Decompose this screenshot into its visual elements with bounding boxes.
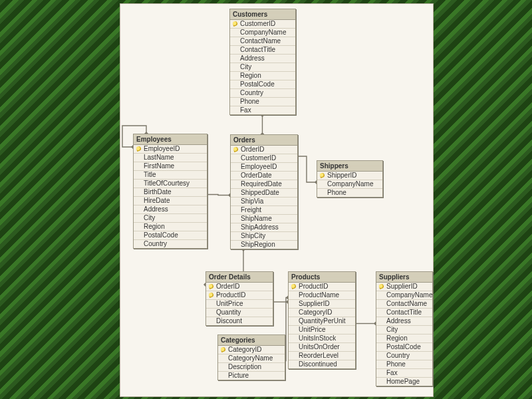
field-row[interactable]: Quantity	[206, 309, 273, 317]
field-row[interactable]: ShipCity	[231, 232, 297, 241]
field-icon-empty	[320, 190, 325, 196]
field-label: UnitPrice	[216, 300, 243, 308]
table-title: Products	[289, 272, 355, 283]
field-row[interactable]: TitleOfCourtesy	[134, 180, 207, 188]
table-customers[interactable]: CustomersCustomerIDCompanyNameContactNam…	[229, 9, 296, 115]
field-row[interactable]: Phone	[230, 98, 295, 106]
field-row[interactable]: Region	[134, 223, 207, 231]
field-row[interactable]: CompanyName	[376, 291, 432, 300]
field-icon-empty	[379, 379, 384, 384]
table-suppliers[interactable]: SuppliersSupplierIDCompanyNameContactNam…	[376, 271, 433, 386]
primary-key-icon	[221, 347, 226, 352]
field-row[interactable]: FirstName	[134, 162, 207, 171]
field-label: ShipperID	[327, 172, 356, 180]
field-row[interactable]: Discount	[206, 317, 273, 325]
field-label: FirstName	[144, 162, 174, 170]
field-row[interactable]: Address	[134, 205, 207, 214]
field-row[interactable]: ShipVia	[231, 198, 297, 206]
field-row[interactable]: Address	[376, 317, 432, 326]
field-row[interactable]: City	[376, 326, 432, 334]
field-row[interactable]: ShipName	[231, 215, 297, 223]
table-categories[interactable]: CategoriesCategoryIDCategoryNameDescript…	[217, 334, 285, 380]
field-row[interactable]: City	[134, 214, 207, 223]
field-row[interactable]: ShippedDate	[231, 189, 297, 198]
field-label: CategoryID	[299, 309, 332, 317]
field-row[interactable]: OrderDate	[231, 172, 297, 180]
field-row[interactable]: OrderID	[231, 146, 297, 154]
primary-key-icon	[136, 146, 142, 152]
field-row[interactable]: PostalCode	[230, 80, 295, 89]
field-row[interactable]: CompanyName	[230, 29, 295, 37]
field-row[interactable]: UnitPrice	[206, 300, 273, 309]
field-row[interactable]: BirthDate	[134, 188, 207, 197]
field-row[interactable]: EmployeeID	[134, 145, 207, 154]
field-row[interactable]: City	[230, 63, 295, 72]
field-row[interactable]: OrderID	[206, 283, 273, 291]
field-row[interactable]: CustomerID	[230, 20, 295, 29]
field-row[interactable]: UnitsInStock	[289, 334, 355, 343]
field-label: CustomerID	[241, 154, 276, 162]
field-row[interactable]: ContactName	[376, 300, 432, 309]
field-label: ShipVia	[241, 198, 263, 205]
field-label: SupplierID	[386, 283, 418, 291]
field-icon-empty	[291, 336, 297, 341]
field-row[interactable]: UnitsOnOrder	[289, 343, 355, 352]
field-row[interactable]: Country	[230, 89, 295, 98]
field-row[interactable]: Country	[376, 352, 432, 360]
field-row[interactable]: CategoryID	[218, 346, 285, 354]
field-row[interactable]: ContactTitle	[376, 309, 432, 317]
field-row[interactable]: PostalCode	[134, 231, 207, 240]
field-row[interactable]: ProductID	[206, 291, 273, 300]
field-row[interactable]: Fax	[376, 369, 432, 378]
field-row[interactable]: CustomerID	[231, 154, 297, 163]
field-row[interactable]: Phone	[317, 189, 382, 197]
field-row[interactable]: QuantityPerUnit	[289, 317, 355, 326]
field-row[interactable]: RequiredDate	[231, 180, 297, 189]
field-icon-empty	[379, 362, 384, 367]
table-employees[interactable]: EmployeesEmployeeIDLastNameFirstNameTitl…	[133, 134, 207, 249]
field-row[interactable]: PostalCode	[376, 343, 432, 352]
field-icon-empty	[291, 310, 297, 315]
table-orderdetails[interactable]: Order DetailsOrderIDProductIDUnitPriceQu…	[205, 271, 273, 326]
field-row[interactable]: ContactTitle	[230, 46, 295, 55]
field-row[interactable]: CategoryName	[218, 354, 285, 363]
field-label: LastName	[144, 154, 174, 162]
field-row[interactable]: ContactName	[230, 37, 295, 46]
field-label: HireDate	[144, 197, 170, 205]
field-row[interactable]: ProductName	[289, 291, 355, 300]
field-row[interactable]: EmployeeID	[231, 163, 297, 172]
field-row[interactable]: LastName	[134, 154, 207, 162]
field-row[interactable]: SupplierID	[289, 300, 355, 309]
field-row[interactable]: Fax	[230, 106, 295, 114]
field-row[interactable]: Description	[218, 363, 285, 372]
field-row[interactable]: Country	[134, 240, 207, 248]
field-label: Fax	[240, 106, 251, 114]
field-row[interactable]: Region	[230, 72, 295, 80]
table-shippers[interactable]: ShippersShipperIDCompanyNamePhone	[317, 160, 383, 198]
field-row[interactable]: HireDate	[134, 197, 207, 205]
field-icon-empty	[379, 336, 384, 341]
field-row[interactable]: Discontinued	[289, 360, 355, 368]
field-icon-empty	[233, 156, 239, 161]
field-row[interactable]: SupplierID	[376, 283, 432, 291]
field-row[interactable]: ProductID	[289, 283, 355, 291]
field-row[interactable]: UnitPrice	[289, 326, 355, 334]
table-products[interactable]: ProductsProductIDProductNameSupplierIDCa…	[288, 271, 356, 369]
field-row[interactable]: ShipRegion	[231, 241, 297, 249]
field-row[interactable]: Address	[230, 55, 295, 63]
field-row[interactable]: CategoryID	[289, 309, 355, 317]
field-row[interactable]: Phone	[376, 360, 432, 369]
field-row[interactable]: HomePage	[376, 378, 432, 386]
field-label: Country	[386, 352, 410, 360]
field-row[interactable]: ShipperID	[317, 172, 382, 180]
field-row[interactable]: Title	[134, 171, 207, 180]
field-label: CompanyName	[327, 180, 373, 188]
field-row[interactable]: Region	[376, 334, 432, 343]
field-row[interactable]: ShipAddress	[231, 223, 297, 232]
field-row[interactable]: Picture	[218, 372, 285, 380]
table-orders[interactable]: OrdersOrderIDCustomerIDEmployeeIDOrderDa…	[230, 134, 298, 249]
field-row[interactable]: Freight	[231, 206, 297, 215]
field-label: ReorderLevel	[299, 352, 338, 360]
field-row[interactable]: CompanyName	[317, 180, 382, 189]
field-row[interactable]: ReorderLevel	[289, 352, 355, 360]
